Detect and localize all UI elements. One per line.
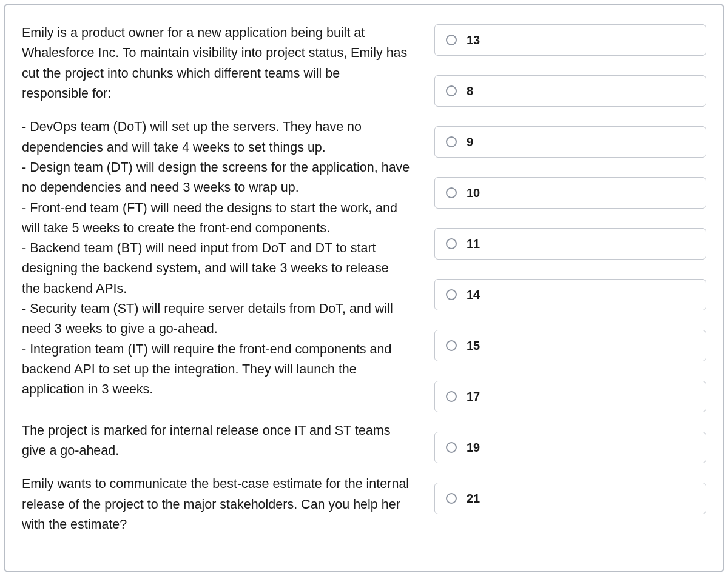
radio-icon (446, 136, 457, 147)
question-ask: Emily wants to communicate the best-case… (22, 474, 410, 535)
option-label: 10 (467, 186, 480, 200)
question-panel: Emily is a product owner for a new appli… (4, 4, 724, 572)
bullet-item: - Security team (ST) will require server… (22, 299, 410, 340)
answer-option-3[interactable]: 10 (434, 177, 706, 209)
bullet-item: - Front-end team (FT) will need the desi… (22, 198, 410, 239)
question-text: Emily is a product owner for a new appli… (22, 23, 410, 553)
answer-option-5[interactable]: 14 (434, 279, 706, 310)
option-label: 21 (467, 492, 480, 506)
option-label: 19 (467, 441, 480, 455)
radio-icon (446, 238, 457, 249)
radio-icon (446, 442, 457, 453)
option-label: 15 (467, 339, 480, 353)
answer-options: 13 8 9 10 11 14 15 17 (434, 23, 706, 553)
radio-icon (446, 187, 457, 198)
bullet-item: - DevOps team (DoT) will set up the serv… (22, 117, 410, 158)
radio-icon (446, 85, 457, 96)
radio-icon (446, 35, 457, 45)
answer-option-4[interactable]: 11 (434, 228, 706, 260)
option-label: 9 (467, 135, 473, 149)
answer-option-7[interactable]: 17 (434, 381, 706, 412)
release-condition: The project is marked for internal relea… (22, 421, 410, 461)
question-intro: Emily is a product owner for a new appli… (22, 23, 410, 104)
radio-icon (446, 340, 457, 351)
radio-icon (446, 289, 457, 300)
option-label: 8 (467, 84, 473, 98)
question-bullets: - DevOps team (DoT) will set up the serv… (22, 117, 410, 400)
option-label: 17 (467, 390, 480, 404)
option-label: 11 (467, 237, 480, 251)
option-label: 13 (467, 33, 480, 47)
answer-option-9[interactable]: 21 (434, 483, 706, 514)
bullet-item: - Backend team (BT) will need input from… (22, 238, 410, 299)
option-label: 14 (467, 288, 480, 302)
radio-icon (446, 493, 457, 504)
radio-icon (446, 391, 457, 402)
answer-option-1[interactable]: 8 (434, 75, 706, 107)
bullet-item: - Integration team (IT) will require the… (22, 340, 410, 400)
answer-option-8[interactable]: 19 (434, 432, 706, 463)
answer-option-0[interactable]: 13 (434, 24, 706, 56)
answer-option-2[interactable]: 9 (434, 126, 706, 158)
answer-option-6[interactable]: 15 (434, 330, 706, 361)
bullet-item: - Design team (DT) will design the scree… (22, 158, 410, 198)
